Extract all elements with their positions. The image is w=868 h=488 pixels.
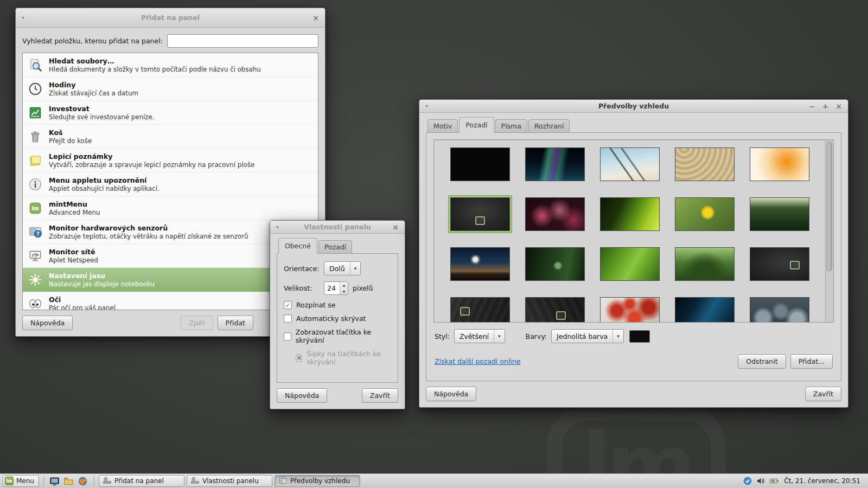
titlebar-panel-properties[interactable]: ▾ Vlastnosti panelu × — [270, 221, 405, 234]
wallpaper-thumb-pink-flowers[interactable] — [523, 195, 587, 233]
wallpaper-thumb-leaves[interactable] — [598, 245, 662, 283]
volume-icon[interactable] — [756, 477, 765, 485]
wallpaper-thumb-black[interactable] — [448, 145, 512, 183]
wallpaper-thumb-mint-dark-b[interactable] — [523, 295, 587, 323]
applet-search-input[interactable] — [167, 34, 318, 48]
battery-icon[interactable] — [769, 477, 779, 485]
back-button[interactable]: Zpět — [181, 316, 213, 330]
checkbox-icon[interactable] — [284, 332, 291, 341]
close-button[interactable]: Zavřít — [805, 387, 841, 401]
wallpaper-thumb-dandelion[interactable] — [748, 145, 812, 183]
svg-text:?: ? — [36, 231, 40, 237]
wallpaper-thumb-ocean[interactable] — [673, 295, 737, 323]
wallpaper-thumb-grass[interactable] — [748, 195, 812, 233]
applet-description: Pár očí pro váš panel — [49, 304, 116, 311]
checkbox-row[interactable]: ×Šipky na tlačítkách ke skrývání — [296, 350, 391, 366]
titlebar-add-to-panel[interactable]: ▾ Přidat na panel × — [16, 8, 325, 28]
wallpaper-thumb-mint-dark-a[interactable] — [448, 295, 512, 323]
applet-item[interactable]: lmmintMenuAdvanced Menu — [23, 196, 318, 220]
checkbox-row[interactable]: Zobrazovat tlačítka ke skrývání — [284, 328, 391, 344]
checkbox-label: Automaticky skrývat — [296, 314, 366, 323]
help-button[interactable]: Nápověda — [22, 316, 73, 330]
applet-name: Monitor sítě — [49, 248, 98, 256]
window-list: Přidat na panelVlastnosti paneluPředvolb… — [99, 475, 360, 487]
notes-icon — [27, 153, 43, 168]
web-browser-icon[interactable] — [76, 475, 90, 487]
close-button[interactable]: Zavřít — [362, 388, 398, 403]
checkbox-icon[interactable]: ✓ — [284, 301, 292, 309]
wallpaper-thumb-mint-logo-b[interactable] — [748, 245, 812, 283]
applet-item[interactable]: HodinyZískat stávající čas a datum — [23, 77, 318, 101]
wallpaper-image — [750, 247, 809, 281]
wallpaper-thumb-mint-logo-a[interactable] — [448, 195, 512, 233]
help-button[interactable]: Nápověda — [426, 387, 476, 401]
wallpaper-list — [433, 139, 834, 323]
taskbar-window-button[interactable]: Předvolby vzhledu — [275, 475, 360, 487]
wallpaper-image — [600, 247, 660, 281]
wallpaper-image — [525, 147, 585, 181]
spinner-arrows[interactable]: ▲▼ — [340, 282, 348, 294]
applet-item[interactable]: Menu appletu upozorněníApplet obsahující… — [23, 172, 318, 196]
close-icon[interactable]: × — [392, 223, 399, 231]
wallpaper-thumb-buttercup[interactable] — [673, 195, 737, 233]
wallpaper-thumb-leaf[interactable] — [598, 195, 662, 233]
style-select[interactable]: Zvětšení ▾ — [454, 329, 505, 343]
window-menu-icon[interactable]: ▾ — [276, 224, 279, 230]
titlebar-appearance[interactable]: ▾ Předvolby vzhledu − + × — [419, 100, 848, 113]
checkbox-label: Rozpínat se — [296, 301, 335, 309]
checkbox-icon[interactable]: × — [296, 354, 302, 362]
wallpaper-thumb-maple[interactable] — [598, 295, 662, 323]
wallpaper-image — [750, 147, 809, 181]
applet-item[interactable]: Hledat soubory…Hledá dokumenty a složky … — [23, 53, 318, 77]
add-button[interactable]: Přidat — [218, 316, 253, 330]
wallpaper-thumb-zen[interactable] — [673, 145, 737, 183]
orientation-select[interactable]: Dolů ▾ — [324, 261, 361, 275]
minimize-icon[interactable]: − — [809, 102, 815, 110]
close-icon[interactable]: × — [312, 14, 319, 22]
wallpaper-thumb-pebbles[interactable] — [748, 295, 812, 323]
tab-pozadí[interactable]: Pozadí — [318, 240, 352, 254]
applet-item[interactable]: Lepicí poznámkyVytváří, zobrazuje a spra… — [23, 149, 318, 172]
size-label: Velikost: — [284, 284, 320, 292]
tab-obecné[interactable]: Obecné — [278, 238, 317, 254]
colors-label: Barvy: — [526, 332, 547, 341]
checkbox-row[interactable]: Automaticky skrývat — [284, 314, 391, 323]
update-manager-icon[interactable] — [743, 477, 752, 485]
close-icon[interactable]: × — [835, 102, 842, 110]
wallpaper-thumb-aurora[interactable] — [523, 145, 587, 183]
file-manager-icon[interactable] — [62, 475, 75, 487]
wallpaper-thumb-beach[interactable] — [598, 145, 662, 183]
tab-motiv[interactable]: Motiv — [427, 119, 458, 133]
checkbox-row[interactable]: ✓Rozpínat se — [284, 301, 391, 309]
colors-select[interactable]: Jednolitá barva ▾ — [551, 329, 624, 343]
checkbox-icon[interactable] — [284, 314, 292, 323]
window-menu-icon[interactable]: ▾ — [22, 15, 24, 21]
bottom-panel: lm Menu Přidat na panelVlastnosti panelu… — [0, 473, 868, 488]
size-spinner[interactable]: 24 ▲▼ — [324, 281, 348, 295]
help-button[interactable]: Nápověda — [277, 388, 327, 403]
window-menu-icon[interactable]: ▾ — [425, 103, 428, 109]
applet-item[interactable]: InvestovatSledujte své investované peníz… — [23, 101, 318, 125]
color-swatch[interactable] — [629, 330, 650, 343]
wallpaper-thumb-treetop[interactable] — [673, 245, 737, 283]
wallpaper-scrollbar[interactable] — [825, 140, 833, 322]
wallpaper-thumb-dew[interactable] — [523, 245, 587, 283]
scrollbar-thumb[interactable] — [827, 142, 832, 271]
get-more-backgrounds-link[interactable]: Získat další pozadí online — [435, 357, 520, 365]
tab-rozhraní[interactable]: Rozhraní — [528, 119, 570, 133]
tab-pozadí[interactable]: Pozadí — [459, 117, 494, 133]
tab-písma[interactable]: Písma — [495, 119, 527, 133]
wallpaper-image — [600, 297, 660, 323]
show-desktop-icon[interactable] — [48, 475, 61, 487]
menu-label: Menu — [16, 477, 34, 485]
menu-button[interactable]: lm Menu — [3, 475, 39, 487]
clock[interactable]: Čt, 21. červenec, 20:51 — [784, 477, 860, 485]
wallpaper-thumb-moon[interactable] — [448, 245, 512, 283]
add-wallpaper-button[interactable]: Přidat... — [790, 354, 833, 369]
panel-separator — [93, 477, 95, 485]
maximize-icon[interactable]: + — [822, 102, 829, 110]
remove-button[interactable]: Odstranit — [738, 354, 786, 369]
applet-item[interactable]: KošPřejít do koše — [23, 125, 318, 149]
taskbar-window-button[interactable]: Přidat na panel — [99, 475, 184, 487]
taskbar-window-button[interactable]: Vlastnosti panelu — [187, 475, 272, 487]
